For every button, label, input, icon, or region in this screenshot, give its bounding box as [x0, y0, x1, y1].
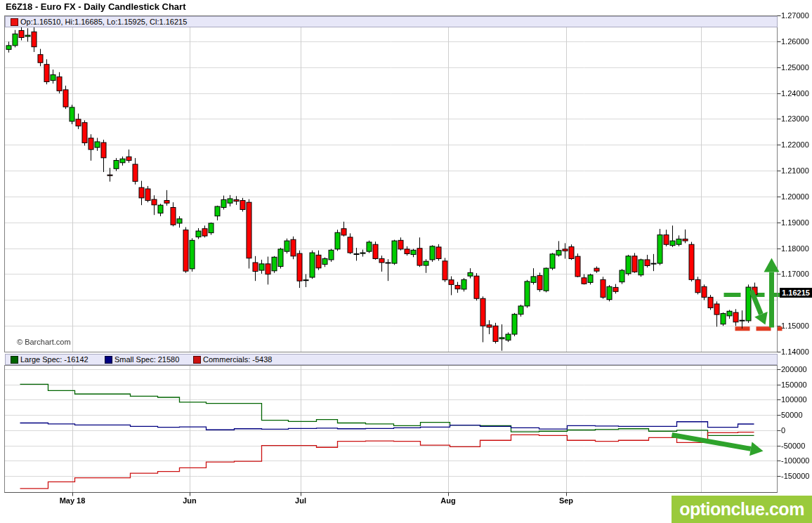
last-price-tag: 1.16215 [780, 288, 812, 298]
cot-axis-tick-label: -50000 [781, 442, 805, 450]
cot-axis-tick-label: 200000 [781, 365, 807, 373]
price-axis-tick-label: 1.20000 [781, 192, 809, 201]
price-axis-tick-label: 1.17000 [781, 270, 809, 278]
price-axis-tick-label: 1.18000 [781, 244, 809, 253]
cot-axis-tick-label: 100000 [781, 395, 807, 404]
time-axis-tick-label: Jun [183, 496, 197, 505]
price-axis-tick-label: 1.24000 [781, 89, 809, 98]
cot-axis-tick-label: -100000 [781, 456, 809, 465]
time-axis-tick-label: Jul [295, 496, 306, 505]
optionclue-watermark-box: optionclue.com [672, 496, 812, 523]
optionclue-watermark-text: optionclue.com [679, 499, 804, 519]
chart-title: E6Z18 - Euro FX - Daily Candlestick Char… [6, 1, 185, 12]
price-axis-tick-label: 1.15000 [781, 322, 809, 330]
cot-axis-tick-label: -150000 [781, 472, 809, 480]
cot-axis-tick-label: 150000 [781, 380, 807, 389]
cot-axis-tick-label: 50000 [781, 411, 803, 419]
small-spec-swatch-icon [105, 356, 112, 364]
time-axis-tick-label: Aug [440, 496, 455, 505]
time-axis-tick-label: May 18 [60, 496, 86, 505]
price-axis-tick-label: 1.23000 [781, 114, 809, 123]
large-spec-swatch-icon [11, 356, 18, 364]
cot-axis-tick-label: 0 [781, 426, 785, 435]
price-axis-tick-label: 1.26000 [781, 37, 809, 46]
price-axis-tick-label: 1.19000 [781, 218, 809, 227]
price-axis-tick-label: 1.21000 [781, 166, 809, 175]
price-chart-canvas [0, 0, 812, 523]
commercials-legend-label: Commercials: -5438 [203, 355, 272, 364]
price-axis-tick-label: 1.27000 [781, 11, 809, 20]
barchart-watermark: © Barchart.com [17, 338, 71, 346]
commercials-swatch-icon [193, 356, 201, 364]
cot-legend-bar: Large Spec: -16142 Small Spec: 21580 Com… [5, 354, 778, 365]
ohlc-legend-bar: Op:1.16510, Hi:1.16685, Lo:1.15925, Cl:1… [5, 16, 778, 27]
small-spec-legend-label: Small Spec: 21580 [114, 355, 179, 364]
price-axis-tick-label: 1.22000 [781, 140, 809, 149]
price-axis-tick-label: 1.14000 [781, 347, 809, 356]
time-axis-tick-label: Sep [559, 496, 573, 505]
ohlc-legend-swatch-icon [11, 18, 18, 26]
ohlc-legend-label: Op:1.16510, Hi:1.16685, Lo:1.15925, Cl:1… [20, 17, 187, 27]
price-axis-tick-label: 1.25000 [781, 63, 809, 72]
large-spec-legend-label: Large Spec: -16142 [20, 355, 89, 364]
